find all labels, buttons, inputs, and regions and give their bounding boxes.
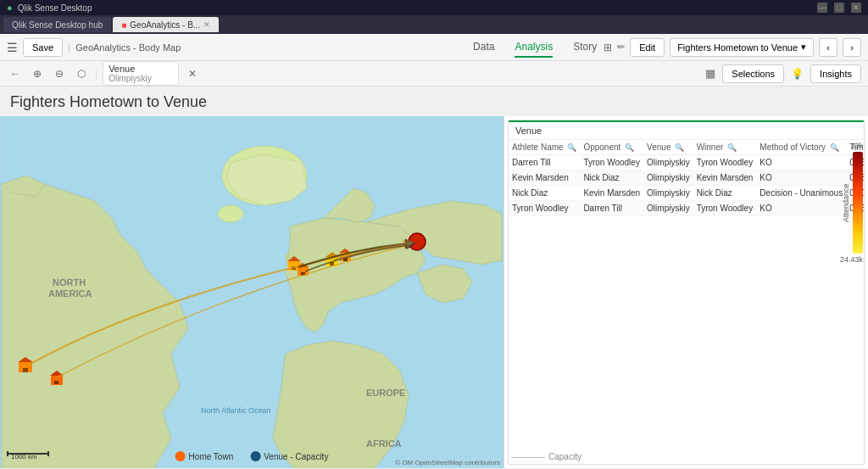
zoom-out-btn[interactable]: ⊖ (51, 65, 68, 82)
map-attribution: © OM OpenStreetMap contributors (395, 459, 500, 466)
color-bar-container: 33k Attendance 24.43k (840, 142, 863, 264)
right-panel: Venue Athlete Name 🔍 Opponent 🔍 (504, 116, 868, 468)
svg-text:AMERICA: AMERICA (48, 288, 92, 299)
capacity-dashes: ———— (511, 452, 545, 461)
page-title: Fighters Hometown to Venue (0, 87, 868, 116)
tab-data[interactable]: Data (473, 37, 494, 58)
color-bar (853, 152, 863, 254)
table-row: Kevin Marsden Nick Diaz Olimpiyskiy Kevi… (509, 170, 864, 186)
cell-athlete: Nick Diaz (509, 186, 580, 201)
legend-venue-dot (250, 451, 260, 461)
col-method: Method of Victory 🔍 (756, 140, 846, 155)
breadcrumb-btn[interactable]: Fighters Hometown to Venue ▾ (670, 38, 814, 57)
winner-search-icon[interactable]: 🔍 (727, 143, 737, 152)
maximize-button[interactable]: □ (834, 3, 844, 13)
map-area[interactable]: NORTH AMERICA North Atlantic Ocean EUROP… (0, 116, 504, 468)
close-button[interactable]: ✕ (851, 3, 861, 13)
svg-text:1000 km: 1000 km (11, 453, 37, 460)
cell-winner: Tyron Woodley (693, 155, 757, 170)
cell-opponent: Kevin Marsden (580, 186, 643, 201)
legend-hometown-dot (175, 451, 186, 461)
tab-geo-label: GeoAnalytics - B... (130, 20, 200, 30)
pencil-icon: ✏ (617, 42, 625, 53)
tab-geoanalytics[interactable]: ■ GeoAnalytics - B... ✕ (113, 17, 219, 32)
cell-method: KO (756, 170, 846, 186)
table-row: Tyron Woodley Darren Till Olimpiyskiy Ty… (509, 201, 864, 216)
cell-method: KO (756, 201, 846, 216)
zoom-in-btn[interactable]: ⊕ (29, 65, 46, 82)
svg-text:NORTH: NORTH (53, 277, 86, 288)
col-athlete: Athlete Name 🔍 (509, 140, 580, 155)
attendance-label: Attendance (842, 152, 850, 254)
svg-text:North Atlantic Ocean: North Atlantic Ocean (201, 406, 271, 415)
cell-venue: Olimpiyskiy (643, 186, 693, 201)
tab-analysis[interactable]: Analysis (515, 37, 553, 58)
sub-toolbar: ← ⊕ ⊖ ⬡ | Venue Olimpiyskiy ✕ ▦ Selectio… (0, 61, 868, 87)
cell-opponent: Nick Diaz (580, 170, 643, 186)
map-legend: Home Town Venue - Capacity (175, 451, 329, 461)
cell-athlete: Darren Till (509, 155, 580, 170)
opponent-search-icon[interactable]: 🔍 (625, 143, 634, 152)
clear-venue-btn[interactable]: ✕ (184, 65, 201, 82)
cell-method: KO (756, 155, 846, 170)
svg-point-10 (409, 233, 426, 250)
cell-athlete: Kevin Marsden (509, 170, 580, 186)
breadcrumb-dropdown-icon: ▾ (801, 42, 806, 53)
capacity-label: Capacity (548, 452, 581, 461)
app-name: Qlik Sense Desktop (18, 3, 92, 13)
divider: | (95, 68, 97, 80)
col-venue: Venue 🔍 (643, 140, 693, 155)
data-table: Athlete Name 🔍 Opponent 🔍 Venue 🔍 (509, 140, 864, 216)
menu-icon[interactable]: ☰ (7, 41, 18, 54)
back-icon-btn[interactable]: ← (7, 65, 24, 82)
legend-hometown: Home Town (175, 451, 234, 461)
cell-winner: Kevin Marsden (693, 170, 757, 186)
table-icon: ▦ (705, 67, 715, 80)
tab-hub[interactable]: Qlik Sense Desktop hub (3, 17, 111, 32)
col-winner: Winner 🔍 (693, 140, 757, 155)
table-title: Venue (509, 120, 864, 140)
minimize-button[interactable]: — (817, 3, 827, 13)
separator: | (68, 42, 70, 53)
insights-icon: 💡 (791, 68, 804, 80)
cell-venue: Olimpiyskiy (643, 201, 693, 216)
cell-method: Decision - Unanimous (756, 186, 846, 201)
edit-button[interactable]: Edit (630, 38, 665, 57)
main-content: NORTH AMERICA North Atlantic Ocean EUROP… (0, 116, 868, 468)
scale-bar: 1000 km (7, 448, 53, 461)
app-path: GeoAnalytics - Body Map (75, 42, 181, 53)
cell-venue: Olimpiyskiy (643, 170, 693, 186)
svg-rect-16 (54, 381, 58, 384)
method-search-icon[interactable]: 🔍 (830, 143, 839, 152)
tab-story[interactable]: Story (573, 37, 597, 58)
map-svg: NORTH AMERICA North Atlantic Ocean EUROP… (0, 116, 504, 468)
venue-filter-box[interactable]: Venue Olimpiyskiy (103, 61, 179, 86)
venue-search-icon[interactable]: 🔍 (675, 143, 684, 152)
nav-back-button[interactable]: ‹ (819, 38, 837, 57)
legend-venue-label: Venue - Capacity (264, 452, 328, 461)
app-logo: ● (7, 3, 13, 13)
svg-rect-13 (23, 368, 28, 372)
venue-filter-label: Venue (108, 64, 173, 74)
insights-button[interactable]: Insights (810, 64, 861, 83)
legend-hometown-label: Home Town (189, 452, 234, 461)
cell-opponent: Tyron Woodley (580, 155, 643, 170)
capacity-section: ———— Capacity (511, 452, 844, 461)
lasso-btn[interactable]: ⬡ (73, 65, 90, 82)
table-row: Darren Till Tyron Woodley Olimpiyskiy Ty… (509, 155, 864, 170)
cell-winner: Tyron Woodley (693, 201, 757, 216)
table-panel: Venue Athlete Name 🔍 Opponent 🔍 (508, 120, 865, 465)
svg-rect-33 (7, 451, 8, 456)
selections-button[interactable]: Selections (722, 64, 784, 83)
color-bar-bottom-value: 24.43k (840, 255, 863, 264)
color-bar-top-value: 33k (850, 142, 863, 150)
athlete-search-icon[interactable]: 🔍 (567, 143, 576, 152)
cell-athlete: Tyron Woodley (509, 201, 580, 216)
tab-close-icon[interactable]: ✕ (203, 20, 210, 29)
table-row: Nick Diaz Kevin Marsden Olimpiyskiy Nick… (509, 186, 864, 201)
save-button[interactable]: Save (23, 38, 63, 57)
nav-forward-button[interactable]: › (843, 38, 861, 57)
grid-icon: ⊞ (604, 42, 612, 53)
geo-icon: ■ (121, 20, 126, 30)
legend-venue: Venue - Capacity (250, 451, 328, 461)
